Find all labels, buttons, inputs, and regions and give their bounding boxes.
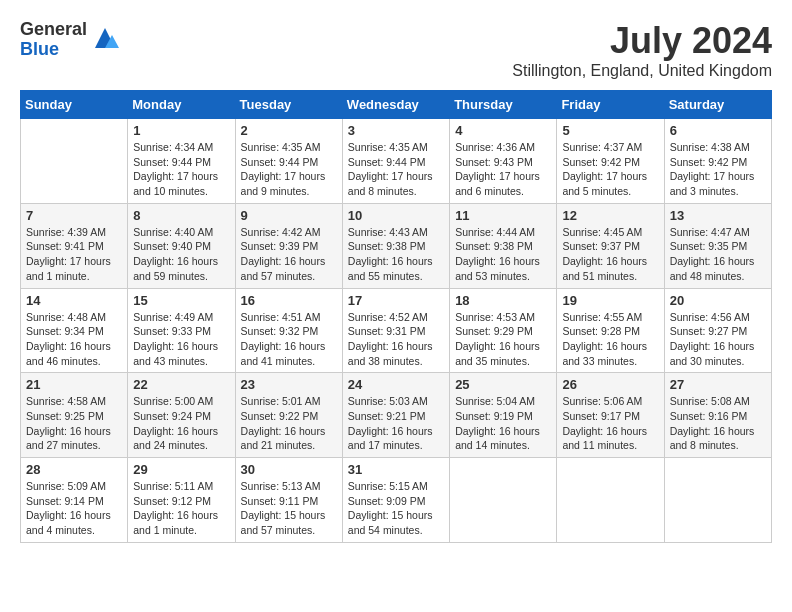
day-info: Sunrise: 4:42 AM Sunset: 9:39 PM Dayligh… bbox=[241, 225, 337, 284]
calendar-cell: 27Sunrise: 5:08 AM Sunset: 9:16 PM Dayli… bbox=[664, 373, 771, 458]
calendar-cell: 24Sunrise: 5:03 AM Sunset: 9:21 PM Dayli… bbox=[342, 373, 449, 458]
day-info: Sunrise: 4:38 AM Sunset: 9:42 PM Dayligh… bbox=[670, 140, 766, 199]
day-number: 30 bbox=[241, 462, 337, 477]
day-info: Sunrise: 4:58 AM Sunset: 9:25 PM Dayligh… bbox=[26, 394, 122, 453]
day-number: 25 bbox=[455, 377, 551, 392]
logo: General Blue bbox=[20, 20, 120, 60]
calendar-cell: 13Sunrise: 4:47 AM Sunset: 9:35 PM Dayli… bbox=[664, 203, 771, 288]
title-section: July 2024 Stillington, England, United K… bbox=[512, 20, 772, 80]
day-info: Sunrise: 4:51 AM Sunset: 9:32 PM Dayligh… bbox=[241, 310, 337, 369]
day-number: 8 bbox=[133, 208, 229, 223]
calendar-cell: 5Sunrise: 4:37 AM Sunset: 9:42 PM Daylig… bbox=[557, 119, 664, 204]
day-number: 31 bbox=[348, 462, 444, 477]
day-number: 9 bbox=[241, 208, 337, 223]
calendar-cell: 25Sunrise: 5:04 AM Sunset: 9:19 PM Dayli… bbox=[450, 373, 557, 458]
header-cell-saturday: Saturday bbox=[664, 91, 771, 119]
day-info: Sunrise: 5:15 AM Sunset: 9:09 PM Dayligh… bbox=[348, 479, 444, 538]
calendar-cell: 15Sunrise: 4:49 AM Sunset: 9:33 PM Dayli… bbox=[128, 288, 235, 373]
header-cell-friday: Friday bbox=[557, 91, 664, 119]
day-number: 26 bbox=[562, 377, 658, 392]
calendar-cell bbox=[21, 119, 128, 204]
day-info: Sunrise: 5:09 AM Sunset: 9:14 PM Dayligh… bbox=[26, 479, 122, 538]
day-info: Sunrise: 4:36 AM Sunset: 9:43 PM Dayligh… bbox=[455, 140, 551, 199]
calendar-cell: 14Sunrise: 4:48 AM Sunset: 9:34 PM Dayli… bbox=[21, 288, 128, 373]
header-cell-monday: Monday bbox=[128, 91, 235, 119]
calendar-cell bbox=[450, 458, 557, 543]
calendar-cell: 30Sunrise: 5:13 AM Sunset: 9:11 PM Dayli… bbox=[235, 458, 342, 543]
day-number: 23 bbox=[241, 377, 337, 392]
day-number: 22 bbox=[133, 377, 229, 392]
month-year-title: July 2024 bbox=[512, 20, 772, 62]
day-info: Sunrise: 5:11 AM Sunset: 9:12 PM Dayligh… bbox=[133, 479, 229, 538]
day-number: 14 bbox=[26, 293, 122, 308]
day-info: Sunrise: 4:53 AM Sunset: 9:29 PM Dayligh… bbox=[455, 310, 551, 369]
calendar-cell: 6Sunrise: 4:38 AM Sunset: 9:42 PM Daylig… bbox=[664, 119, 771, 204]
calendar-cell: 23Sunrise: 5:01 AM Sunset: 9:22 PM Dayli… bbox=[235, 373, 342, 458]
day-info: Sunrise: 5:03 AM Sunset: 9:21 PM Dayligh… bbox=[348, 394, 444, 453]
calendar-cell: 29Sunrise: 5:11 AM Sunset: 9:12 PM Dayli… bbox=[128, 458, 235, 543]
day-info: Sunrise: 5:08 AM Sunset: 9:16 PM Dayligh… bbox=[670, 394, 766, 453]
logo-icon bbox=[90, 23, 120, 53]
calendar-cell: 21Sunrise: 4:58 AM Sunset: 9:25 PM Dayli… bbox=[21, 373, 128, 458]
day-number: 20 bbox=[670, 293, 766, 308]
day-number: 13 bbox=[670, 208, 766, 223]
day-number: 5 bbox=[562, 123, 658, 138]
day-number: 2 bbox=[241, 123, 337, 138]
calendar-cell: 22Sunrise: 5:00 AM Sunset: 9:24 PM Dayli… bbox=[128, 373, 235, 458]
day-number: 11 bbox=[455, 208, 551, 223]
header-cell-sunday: Sunday bbox=[21, 91, 128, 119]
header-cell-wednesday: Wednesday bbox=[342, 91, 449, 119]
logo-blue-text: Blue bbox=[20, 40, 87, 60]
calendar-cell: 17Sunrise: 4:52 AM Sunset: 9:31 PM Dayli… bbox=[342, 288, 449, 373]
logo-general-text: General bbox=[20, 20, 87, 40]
day-info: Sunrise: 4:55 AM Sunset: 9:28 PM Dayligh… bbox=[562, 310, 658, 369]
day-info: Sunrise: 4:44 AM Sunset: 9:38 PM Dayligh… bbox=[455, 225, 551, 284]
calendar-week-row: 7Sunrise: 4:39 AM Sunset: 9:41 PM Daylig… bbox=[21, 203, 772, 288]
day-info: Sunrise: 4:40 AM Sunset: 9:40 PM Dayligh… bbox=[133, 225, 229, 284]
page-header: General Blue July 2024 Stillington, Engl… bbox=[20, 20, 772, 80]
day-number: 10 bbox=[348, 208, 444, 223]
day-info: Sunrise: 4:37 AM Sunset: 9:42 PM Dayligh… bbox=[562, 140, 658, 199]
day-number: 27 bbox=[670, 377, 766, 392]
calendar-cell: 7Sunrise: 4:39 AM Sunset: 9:41 PM Daylig… bbox=[21, 203, 128, 288]
calendar-week-row: 1Sunrise: 4:34 AM Sunset: 9:44 PM Daylig… bbox=[21, 119, 772, 204]
calendar-cell: 4Sunrise: 4:36 AM Sunset: 9:43 PM Daylig… bbox=[450, 119, 557, 204]
calendar-week-row: 14Sunrise: 4:48 AM Sunset: 9:34 PM Dayli… bbox=[21, 288, 772, 373]
day-number: 29 bbox=[133, 462, 229, 477]
calendar-table: SundayMondayTuesdayWednesdayThursdayFrid… bbox=[20, 90, 772, 543]
calendar-cell: 2Sunrise: 4:35 AM Sunset: 9:44 PM Daylig… bbox=[235, 119, 342, 204]
day-number: 21 bbox=[26, 377, 122, 392]
day-number: 15 bbox=[133, 293, 229, 308]
location-subtitle: Stillington, England, United Kingdom bbox=[512, 62, 772, 80]
day-info: Sunrise: 5:06 AM Sunset: 9:17 PM Dayligh… bbox=[562, 394, 658, 453]
day-number: 3 bbox=[348, 123, 444, 138]
calendar-week-row: 21Sunrise: 4:58 AM Sunset: 9:25 PM Dayli… bbox=[21, 373, 772, 458]
calendar-cell bbox=[557, 458, 664, 543]
day-number: 24 bbox=[348, 377, 444, 392]
day-info: Sunrise: 4:43 AM Sunset: 9:38 PM Dayligh… bbox=[348, 225, 444, 284]
day-number: 12 bbox=[562, 208, 658, 223]
day-info: Sunrise: 5:01 AM Sunset: 9:22 PM Dayligh… bbox=[241, 394, 337, 453]
day-info: Sunrise: 4:35 AM Sunset: 9:44 PM Dayligh… bbox=[348, 140, 444, 199]
day-info: Sunrise: 4:49 AM Sunset: 9:33 PM Dayligh… bbox=[133, 310, 229, 369]
day-info: Sunrise: 4:48 AM Sunset: 9:34 PM Dayligh… bbox=[26, 310, 122, 369]
day-number: 6 bbox=[670, 123, 766, 138]
day-number: 28 bbox=[26, 462, 122, 477]
day-number: 16 bbox=[241, 293, 337, 308]
calendar-cell: 19Sunrise: 4:55 AM Sunset: 9:28 PM Dayli… bbox=[557, 288, 664, 373]
day-info: Sunrise: 5:13 AM Sunset: 9:11 PM Dayligh… bbox=[241, 479, 337, 538]
day-number: 4 bbox=[455, 123, 551, 138]
calendar-cell: 16Sunrise: 4:51 AM Sunset: 9:32 PM Dayli… bbox=[235, 288, 342, 373]
calendar-cell: 28Sunrise: 5:09 AM Sunset: 9:14 PM Dayli… bbox=[21, 458, 128, 543]
calendar-cell: 26Sunrise: 5:06 AM Sunset: 9:17 PM Dayli… bbox=[557, 373, 664, 458]
calendar-cell: 18Sunrise: 4:53 AM Sunset: 9:29 PM Dayli… bbox=[450, 288, 557, 373]
calendar-cell bbox=[664, 458, 771, 543]
day-info: Sunrise: 4:47 AM Sunset: 9:35 PM Dayligh… bbox=[670, 225, 766, 284]
day-info: Sunrise: 4:56 AM Sunset: 9:27 PM Dayligh… bbox=[670, 310, 766, 369]
day-number: 1 bbox=[133, 123, 229, 138]
calendar-week-row: 28Sunrise: 5:09 AM Sunset: 9:14 PM Dayli… bbox=[21, 458, 772, 543]
day-number: 19 bbox=[562, 293, 658, 308]
day-info: Sunrise: 4:45 AM Sunset: 9:37 PM Dayligh… bbox=[562, 225, 658, 284]
header-cell-tuesday: Tuesday bbox=[235, 91, 342, 119]
day-info: Sunrise: 5:00 AM Sunset: 9:24 PM Dayligh… bbox=[133, 394, 229, 453]
